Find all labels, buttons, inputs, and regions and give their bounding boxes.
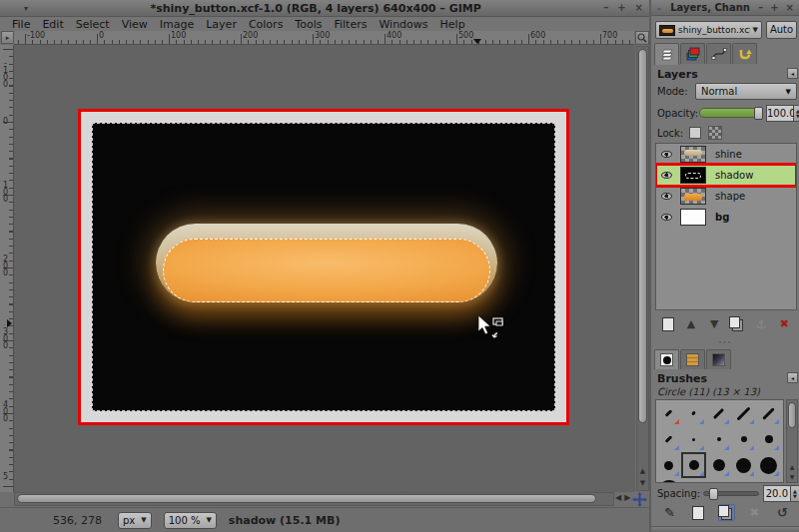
visibility-eye-icon[interactable] bbox=[661, 193, 672, 200]
auto-follow-button[interactable]: Auto bbox=[766, 21, 797, 39]
mode-dropdown[interactable]: Normal ▼ bbox=[695, 83, 797, 100]
brush-swatch[interactable] bbox=[756, 452, 781, 478]
brush-grid-scrollbar[interactable]: ▲ ▼ bbox=[786, 399, 798, 483]
brush-swatch[interactable] bbox=[706, 426, 731, 452]
horizontal-scrollbar-thumb[interactable] bbox=[17, 494, 596, 503]
layer-row-shine[interactable]: shine bbox=[656, 144, 796, 165]
lock-pixels-checkbox[interactable] bbox=[689, 127, 701, 139]
new-brush-button[interactable] bbox=[689, 504, 706, 521]
lower-layer-button[interactable] bbox=[706, 315, 723, 332]
brush-swatch[interactable] bbox=[656, 426, 681, 452]
visibility-eye-icon[interactable] bbox=[661, 214, 672, 221]
duplicate-brush-button[interactable] bbox=[718, 504, 735, 521]
brush-swatch[interactable] bbox=[681, 452, 706, 478]
brush-swatch[interactable] bbox=[706, 400, 731, 426]
scroll-right-icon[interactable]: ▶ bbox=[624, 493, 630, 502]
ruler-corner-button[interactable]: ▸ bbox=[1, 31, 14, 44]
brush-swatch[interactable] bbox=[681, 478, 706, 483]
dock-minimize-button[interactable]: – bbox=[758, 3, 763, 13]
brush-swatch[interactable] bbox=[706, 452, 731, 478]
layer-row-bg[interactable]: bg bbox=[656, 207, 796, 228]
brush-swatch[interactable] bbox=[731, 478, 756, 483]
menu-colors[interactable]: Colors bbox=[243, 18, 289, 31]
canvas-viewport[interactable] bbox=[14, 45, 635, 492]
tab-paths[interactable] bbox=[706, 43, 731, 64]
canvas-image[interactable] bbox=[92, 123, 555, 411]
layers-menu-button[interactable]: ◂ bbox=[787, 68, 798, 79]
menu-tools[interactable]: Tools bbox=[289, 18, 328, 31]
scroll-up-icon[interactable]: ▲ bbox=[637, 466, 648, 477]
dock-close-button[interactable]: × bbox=[786, 3, 794, 13]
opacity-slider-handle[interactable] bbox=[754, 107, 763, 120]
navigation-button[interactable] bbox=[631, 491, 648, 508]
unit-dropdown[interactable]: px ▼ bbox=[118, 512, 152, 529]
spacing-slider[interactable] bbox=[703, 491, 759, 496]
brush-scrollbar-thumb[interactable] bbox=[788, 402, 796, 428]
menu-image[interactable]: Image bbox=[154, 18, 200, 31]
minimize-button[interactable]: – bbox=[603, 3, 608, 13]
duplicate-layer-button[interactable] bbox=[729, 315, 746, 332]
brush-swatch[interactable] bbox=[681, 426, 706, 452]
tab-undo-history[interactable] bbox=[732, 43, 757, 64]
tab-gradients[interactable] bbox=[706, 349, 731, 369]
opacity-slider[interactable] bbox=[699, 108, 763, 118]
scroll-down-icon[interactable]: ▼ bbox=[787, 473, 797, 480]
tab-layers[interactable] bbox=[654, 43, 679, 65]
menu-filters[interactable]: Filters bbox=[328, 18, 373, 31]
main-titlebar[interactable]: ▾ *shiny_button.xcf-1.0 (RGB, 4 layers) … bbox=[0, 0, 649, 17]
visibility-eye-icon[interactable] bbox=[661, 151, 672, 158]
layer-row-shadow[interactable]: shadow bbox=[656, 165, 796, 186]
dock-titlebar[interactable]: ⌄ Layers, Chann – + × bbox=[651, 0, 799, 16]
menu-windows[interactable]: Windows bbox=[373, 18, 433, 31]
zoom-dropdown[interactable]: 100 % ▼ bbox=[164, 512, 217, 529]
ruler-vertical[interactable]: -10001002003004005 bbox=[0, 45, 14, 492]
menu-select[interactable]: Select bbox=[70, 18, 116, 31]
scroll-down-icon[interactable]: ▼ bbox=[637, 478, 648, 489]
menu-layer[interactable]: Layer bbox=[200, 18, 243, 31]
spinner-arrows-icon[interactable]: ▲▼ bbox=[794, 105, 799, 122]
brush-swatch[interactable] bbox=[656, 478, 681, 483]
edit-brush-button[interactable] bbox=[661, 504, 678, 521]
visibility-eye-icon[interactable] bbox=[661, 172, 672, 179]
zoom-follow-button[interactable] bbox=[635, 31, 649, 45]
brush-swatch[interactable] bbox=[756, 478, 781, 483]
menu-file[interactable]: File bbox=[6, 18, 36, 31]
spacing-slider-handle[interactable] bbox=[709, 488, 718, 500]
refresh-brushes-button[interactable] bbox=[774, 504, 791, 521]
horizontal-scrollbar[interactable] bbox=[14, 492, 614, 506]
menu-help[interactable]: Help bbox=[434, 18, 471, 31]
brush-swatch[interactable] bbox=[731, 426, 756, 452]
dock-maximize-button[interactable]: + bbox=[770, 3, 778, 13]
dock-resize-grip[interactable] bbox=[651, 526, 799, 532]
lock-alpha-icon[interactable] bbox=[708, 126, 722, 140]
dock-splitter-handle[interactable]: ••• bbox=[651, 340, 799, 346]
menu-edit[interactable]: Edit bbox=[36, 18, 69, 31]
close-button[interactable]: × bbox=[635, 3, 643, 13]
layer-row-shape[interactable]: shape bbox=[656, 186, 796, 207]
tab-patterns[interactable] bbox=[680, 349, 705, 369]
maximize-button[interactable]: + bbox=[617, 3, 625, 13]
brush-swatch[interactable] bbox=[656, 452, 681, 478]
spinner-arrows-icon[interactable]: ▲▼ bbox=[791, 485, 799, 502]
opacity-spinner[interactable]: 100.0 ▲▼ bbox=[766, 105, 799, 122]
vertical-scrollbar-thumb[interactable] bbox=[638, 49, 647, 423]
brush-swatch[interactable] bbox=[656, 400, 681, 426]
spacing-spinner[interactable]: 20.0 ▲▼ bbox=[763, 485, 799, 502]
tab-brushes[interactable] bbox=[654, 349, 679, 369]
image-selector-dropdown[interactable]: shiny_button.xcf-1 ▼ bbox=[655, 21, 762, 39]
raise-layer-button[interactable] bbox=[682, 315, 699, 332]
brush-swatch[interactable] bbox=[756, 426, 781, 452]
brush-swatch[interactable] bbox=[731, 452, 756, 478]
brushes-menu-button[interactable]: ◂ bbox=[787, 372, 798, 383]
tab-channels[interactable] bbox=[680, 43, 705, 64]
scroll-up-icon[interactable]: ▲ bbox=[787, 463, 797, 470]
vertical-scrollbar[interactable]: ▲ ▼ bbox=[636, 46, 649, 491]
delete-layer-button[interactable] bbox=[776, 315, 793, 332]
brush-swatch[interactable] bbox=[756, 400, 781, 426]
menu-view[interactable]: View bbox=[116, 18, 154, 31]
ruler-horizontal[interactable]: -1000100200300400500600700 bbox=[14, 31, 634, 45]
brush-swatch[interactable] bbox=[731, 400, 756, 426]
scroll-left-icon[interactable]: ◀ bbox=[615, 493, 621, 502]
brush-swatch[interactable] bbox=[706, 478, 731, 483]
brush-swatch[interactable] bbox=[681, 400, 706, 426]
